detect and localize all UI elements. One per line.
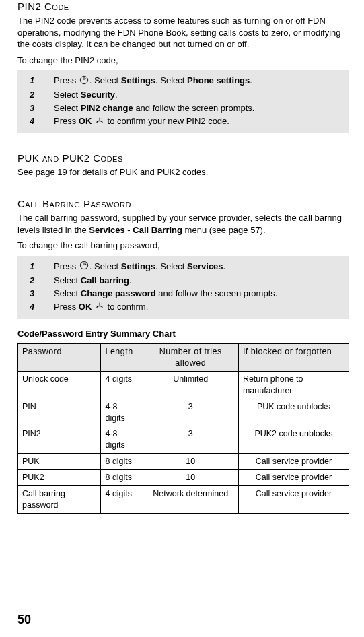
pin2-step-4: 4 Press OK to confirm your new PIN2 code… [22, 114, 345, 129]
cell: Call barring password [18, 485, 101, 513]
table-row: Call barring password 4 digits Network d… [18, 485, 349, 513]
text: Press [54, 261, 79, 271]
pin2-step-2: 2 Select Security. [22, 88, 345, 102]
step-number: 2 [22, 89, 42, 101]
cell: 8 digits [101, 454, 143, 470]
text: and follow the screen prompts. [156, 288, 278, 298]
bold-text: Services [89, 225, 125, 235]
cell: Call service provider [238, 485, 349, 513]
circle-button-icon [79, 261, 89, 273]
callbar-intro: The call barring password, supplied by y… [17, 212, 349, 236]
cell: 4-8 digits [101, 426, 143, 454]
bold-text: Call Barring [133, 225, 182, 235]
bold-text: OK [79, 116, 92, 126]
heading-callbar: Call Barring Password [17, 197, 349, 211]
cell: 4 digits [101, 371, 143, 399]
col-password: Password [18, 344, 101, 372]
arc-button-icon [95, 116, 104, 129]
step-text: Press . Select Settings. Select Phone se… [54, 75, 345, 88]
table-row: PUK2 8 digits 10 Call service provider [18, 470, 349, 486]
step-number: 3 [22, 102, 42, 114]
bold-text: Phone settings [187, 75, 250, 86]
step-text: Press . Select Settings. Select Services… [54, 261, 345, 273]
text: and follow the screen prompts. [133, 103, 255, 113]
page-number: 50 [17, 611, 31, 628]
step-number: 3 [22, 288, 42, 300]
table-row: Unlock code 4 digits Unlimited Return ph… [18, 371, 349, 399]
table-row: PIN 4-8 digits 3 PUK code unblocks [18, 399, 349, 426]
text: menu (see page 57). [182, 225, 266, 235]
text: . Select [89, 261, 121, 271]
puk-body: See page 19 for details of PUK and PUK2 … [17, 166, 349, 178]
text: to confirm. [105, 302, 148, 312]
step-number: 1 [22, 261, 42, 273]
text: . [250, 75, 252, 86]
heading-puk: PUK and PUK2 Codes [17, 152, 349, 165]
bold-text: Settings [121, 261, 155, 271]
arc-button-icon [95, 301, 104, 314]
text [92, 116, 94, 126]
col-tries: Number of tries allowed [143, 344, 238, 372]
cell: 8 digits [101, 470, 143, 486]
text: Press [54, 116, 79, 126]
cell: Return phone to manufacturer [238, 371, 349, 399]
bold-text: OK [79, 302, 92, 312]
pin2-lead: To change the PIN2 code, [17, 55, 349, 67]
pin2-step-3: 3 Select PIN2 change and follow the scre… [22, 102, 345, 115]
cell: 10 [143, 454, 238, 470]
text: Select [54, 275, 81, 286]
pin2-steps-box: 1 Press . Select Settings. Select Phone … [17, 70, 349, 133]
step-text: Select Call barring. [54, 275, 345, 287]
text: . Select [89, 75, 121, 86]
text: to confirm your new PIN2 code. [105, 116, 229, 126]
text [92, 302, 94, 312]
text: Select [54, 90, 81, 100]
step-text: Press OK to confirm. [54, 301, 345, 314]
text: Select [54, 103, 81, 113]
cell: Network determined [143, 485, 238, 513]
cell: 10 [143, 470, 238, 486]
callbar-steps-box: 1 Press . Select Settings. Select Servic… [17, 256, 349, 318]
bold-text: PIN2 change [81, 103, 133, 113]
text: - [125, 225, 133, 235]
bold-text: Services [187, 261, 223, 271]
cell: PIN2 [18, 426, 101, 454]
cell: PUK [18, 454, 101, 470]
callbar-step-4: 4 Press OK to confirm. [22, 300, 345, 314]
step-number: 2 [22, 275, 42, 287]
text: . [129, 275, 132, 286]
text: . Select [155, 261, 187, 271]
text: Press [54, 75, 79, 86]
cell: PIN [18, 399, 101, 426]
cell: Unlimited [143, 371, 238, 399]
heading-pin2: PIN2 Code [17, 0, 349, 13]
bold-text: Call barring [81, 275, 129, 286]
table-row: PUK 8 digits 10 Call service provider [18, 454, 349, 470]
summary-table: Password Length Number of tries allowed … [17, 343, 349, 514]
bold-text: Security [81, 90, 115, 100]
circle-button-icon [79, 75, 89, 88]
text: Select [54, 288, 81, 298]
callbar-step-3: 3 Select Change password and follow the … [22, 287, 345, 300]
cell: 4-8 digits [101, 399, 143, 426]
text: . Select [155, 75, 187, 86]
step-text: Press OK to confirm your new PIN2 code. [54, 115, 345, 128]
cell: 3 [143, 426, 238, 454]
text: . [223, 261, 226, 271]
callbar-step-2: 2 Select Call barring. [22, 274, 345, 288]
col-blocked: If blocked or forgotten [238, 344, 349, 372]
step-text: Select PIN2 change and follow the screen… [54, 102, 345, 114]
cell: PUK2 [18, 470, 101, 486]
pin2-intro: The PIN2 code prevents access to some fe… [17, 15, 349, 51]
bold-text: Settings [121, 75, 155, 86]
cell: Call service provider [238, 470, 349, 486]
callbar-lead: To change the call barring password, [17, 240, 349, 252]
pin2-step-1: 1 Press . Select Settings. Select Phone … [22, 74, 345, 88]
callbar-step-1: 1 Press . Select Settings. Select Servic… [22, 260, 345, 274]
cell: Unlock code [18, 371, 101, 399]
text: . [115, 90, 118, 100]
cell: PUK code unblocks [238, 399, 349, 426]
cell: PUK2 code unblocks [238, 426, 349, 454]
text: Press [54, 302, 79, 312]
step-number: 4 [22, 115, 42, 127]
